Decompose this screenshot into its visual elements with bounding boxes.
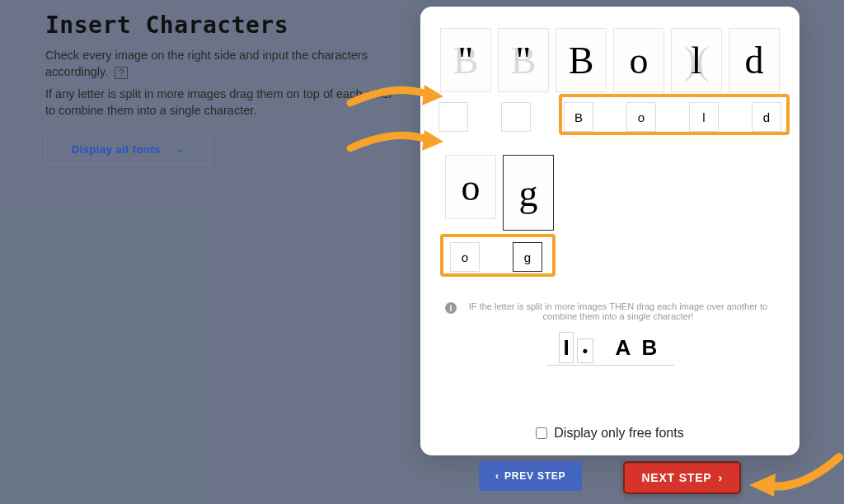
chevron-down-icon: ⌄: [176, 143, 185, 155]
char-tile[interactable]: o: [445, 155, 496, 219]
help-icon[interactable]: ?: [115, 67, 128, 79]
char-input[interactable]: [689, 102, 719, 132]
char-glyph: d: [745, 39, 764, 82]
char-glyph: o: [630, 39, 649, 82]
char-input[interactable]: [438, 102, 468, 132]
char-glyph: B: [569, 39, 594, 82]
example-image: I • A B: [546, 328, 674, 366]
char-input[interactable]: [501, 102, 531, 132]
info-icon: i: [445, 302, 457, 314]
char-input[interactable]: [450, 242, 480, 272]
char-glyph: ": [516, 39, 532, 82]
character-input-modal: ""Bold og i IF the letter is split in mo…: [420, 7, 799, 455]
char-glyph: l: [692, 39, 702, 82]
instruction-line-2: If any letter is split in more images dr…: [45, 86, 400, 119]
char-tile[interactable]: ": [440, 28, 491, 92]
char-tile[interactable]: B: [556, 28, 607, 92]
char-input[interactable]: [564, 102, 593, 132]
hint-text: IF the letter is split in more images TH…: [462, 301, 775, 321]
hint-row: i IF the letter is split in more images …: [445, 301, 775, 321]
char-input[interactable]: [626, 102, 656, 132]
char-glyph: o: [462, 166, 481, 209]
wizard-nav-buttons: ‹ PREV STEP NEXT STEP ›: [420, 461, 799, 494]
char-tile-row-2: og: [445, 155, 554, 231]
free-fonts-checkbox-row[interactable]: Display only free fonts: [536, 426, 683, 441]
char-tile-row-1: ""Bold: [440, 28, 780, 92]
instruction-text-1: Check every image on the right side and …: [45, 49, 368, 78]
display-fonts-dropdown[interactable]: Display all fonts ⌄: [45, 133, 210, 165]
char-input[interactable]: [752, 102, 781, 132]
char-tile[interactable]: o: [613, 28, 664, 92]
instruction-line-1: Check every image on the right side and …: [45, 47, 400, 81]
char-tile[interactable]: l: [671, 28, 722, 92]
char-glyph: ": [458, 39, 474, 82]
free-fonts-label: Display only free fonts: [554, 426, 683, 441]
left-instructions-panel: Insert Characters Check every image on t…: [45, 12, 400, 165]
page-title: Insert Characters: [45, 12, 400, 39]
char-tile[interactable]: d: [729, 28, 780, 92]
next-step-button[interactable]: NEXT STEP ›: [623, 461, 740, 494]
char-tile[interactable]: g: [503, 155, 554, 231]
chevron-right-icon: ›: [718, 471, 722, 484]
next-step-label: NEXT STEP: [641, 471, 711, 484]
char-input-row-1: [435, 99, 785, 135]
char-glyph: g: [519, 171, 538, 215]
chevron-left-icon: ‹: [495, 470, 499, 482]
dropdown-label: Display all fonts: [72, 143, 161, 156]
char-input-row-2: [443, 237, 549, 277]
free-fonts-checkbox[interactable]: [536, 427, 547, 439]
prev-step-label: PREV STEP: [504, 470, 566, 482]
char-input[interactable]: [513, 242, 542, 272]
prev-step-button[interactable]: ‹ PREV STEP: [479, 461, 582, 491]
char-tile[interactable]: ": [498, 28, 549, 92]
